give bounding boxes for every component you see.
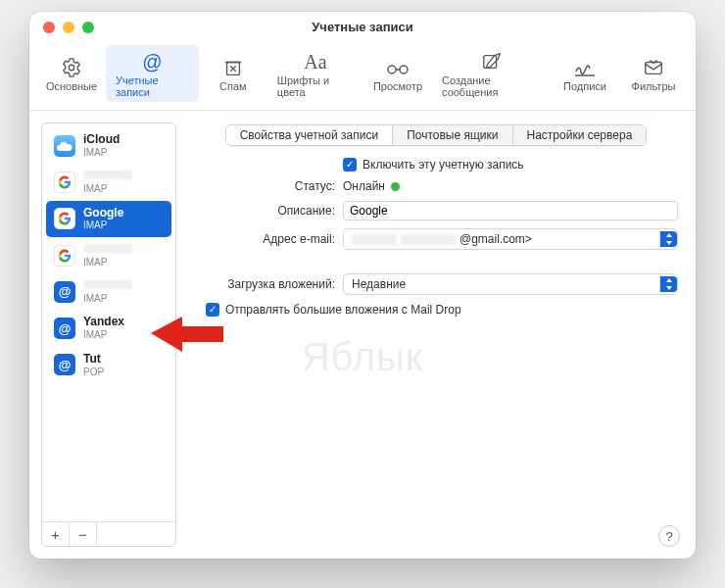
help-button[interactable]: ? [658,525,680,547]
add-account-button[interactable]: + [42,522,70,546]
account-info: IMAP [83,279,132,304]
account-protocol: IMAP [83,147,120,159]
account-info: GoogleIMAP [83,207,123,231]
glasses-icon [385,55,411,80]
google-icon [54,245,75,267]
accounts-list[interactable]: iCloudIMAPIMAPGoogleIMAPIMAP@IMAP@Yandex… [42,123,175,521]
account-row[interactable]: @IMAP [46,273,171,310]
window-title: Учетные записи [312,20,412,34]
titlebar: Учетные записи [29,12,696,41]
email-label: Адрес e-mail: [188,232,335,246]
account-form: Включить эту учетную запись Статус: Онла… [188,158,684,317]
accounts-sidebar: iCloudIMAPIMAPGoogleIMAPIMAP@IMAP@Yandex… [41,122,176,547]
account-name: iCloud [83,133,120,147]
close-icon[interactable] [43,22,55,33]
generic-icon: @ [54,281,75,303]
account-row[interactable]: @TutPOP [46,347,171,383]
tab-label: Просмотр [373,80,422,92]
tab-label: Основные [46,80,97,92]
status-online-icon [391,182,400,191]
segment-account-info[interactable]: Свойства учетной записи [226,125,393,145]
tab-label: Фильтры [632,80,676,92]
remove-account-button[interactable]: − [70,522,97,546]
account-detail: Свойства учетной записи Почтовые ящики Н… [188,122,684,547]
prefs-toolbar: Основные @ Учетные записи Спам Aa Шрифты… [29,41,696,111]
account-row[interactable]: GoogleIMAP [46,201,171,237]
signature-icon [573,55,597,80]
svg-point-0 [69,65,74,71]
tab-label: Шрифты и цвета [277,74,354,98]
enable-account-label: Включить эту учетную запись [362,158,524,172]
segment-server[interactable]: Настройки сервера [513,125,647,145]
svg-point-2 [388,66,396,74]
gear-icon [61,55,82,80]
tab-label: Создание сообщения [442,74,541,98]
account-row[interactable]: @YandexIMAP [46,310,171,346]
description-input[interactable] [343,201,678,220]
account-info: iCloudIMAP [83,133,120,158]
tab-rules[interactable]: Фильтры [619,45,688,102]
tab-accounts[interactable]: @ Учетные записи [106,45,199,102]
account-row[interactable]: IMAP [46,164,171,200]
tab-label: Подписи [563,80,606,92]
account-protocol: IMAP [83,183,132,195]
fonts-icon: Aa [304,49,326,74]
envelope-filter-icon [643,55,664,80]
detail-tabs: Свойства учетной записи Почтовые ящики Н… [188,124,684,146]
account-protocol: IMAP [83,329,124,341]
account-protocol: IMAP [83,293,132,305]
tab-viewing[interactable]: Просмотр [363,45,432,102]
enable-account-checkbox[interactable] [343,158,357,172]
tab-signatures[interactable]: Подписи [551,45,619,102]
account-name: Tut [83,353,104,367]
status-value: Онлайн [343,179,385,193]
account-name [83,279,132,293]
account-protocol: IMAP [83,220,123,231]
attachments-select[interactable]: Недавние [343,273,678,295]
maildrop-checkbox[interactable] [206,303,219,317]
content-area: iCloudIMAPIMAPGoogleIMAPIMAP@IMAP@Yandex… [29,111,696,559]
trash-x-icon [222,55,244,80]
account-name [83,243,132,257]
tab-composing[interactable]: Создание сообщения [432,45,551,102]
icloud-icon [54,135,75,157]
google-icon [54,172,75,193]
dropdown-arrows-icon [659,231,677,247]
google-icon [54,208,75,229]
maildrop-label: Отправлять большие вложения с Mail Drop [225,303,461,317]
account-name [83,170,132,183]
attachments-label: Загрузка вложений: [188,277,335,291]
sidebar-footer: + − [42,521,175,546]
status-label: Статус: [188,179,335,193]
account-name: Yandex [83,316,124,329]
redacted-text [401,234,456,245]
zoom-icon[interactable] [82,22,94,33]
account-info: YandexIMAP [83,316,124,340]
segment-mailboxes[interactable]: Почтовые ящики [393,125,512,145]
account-info: IMAP [83,170,132,194]
account-row[interactable]: IMAP [46,237,171,273]
account-info: IMAP [83,243,132,268]
tab-junk[interactable]: Спам [199,45,267,102]
svg-rect-5 [646,63,662,74]
generic-icon: @ [54,354,75,375]
minimize-icon[interactable] [63,22,74,33]
redacted-text [352,234,397,245]
account-protocol: POP [83,367,104,378]
tab-general[interactable]: Основные [37,45,106,102]
account-protocol: IMAP [83,257,132,269]
dropdown-arrows-icon [659,276,677,292]
preferences-window: Учетные записи Основные @ Учетные записи… [29,12,696,559]
tab-label: Спам [219,80,247,92]
account-name: Google [83,207,123,220]
window-controls [43,22,94,33]
tab-fonts[interactable]: Aa Шрифты и цвета [267,45,363,102]
compose-icon [481,49,503,74]
account-row[interactable]: iCloudIMAP [46,127,171,164]
email-suffix: @gmail.com> [459,232,532,246]
account-info: TutPOP [83,353,104,377]
email-select[interactable]: @gmail.com> [343,228,678,250]
at-icon: @ [142,49,162,74]
generic-icon: @ [54,318,75,339]
svg-point-3 [400,66,408,74]
